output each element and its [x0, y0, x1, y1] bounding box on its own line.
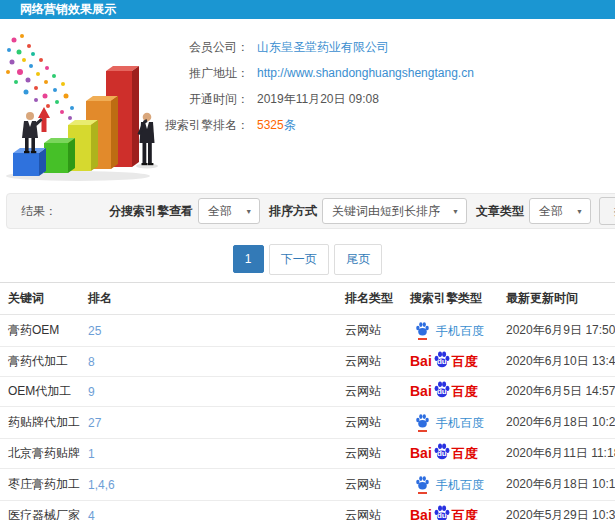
baidu-paw-icon: du: [433, 350, 451, 369]
submit-button[interactable]: 提交: [599, 197, 615, 225]
header-rank: 排名: [80, 283, 337, 315]
baidu-logo-cn: 百度: [452, 355, 478, 368]
chevron-down-icon: ▼: [452, 208, 459, 215]
rank-type-cell: 云网站: [337, 377, 402, 407]
baidu-logo: Baidu百度: [410, 446, 478, 461]
baidu-logo-du: du: [437, 512, 447, 520]
keyword-cell: 医疗器械厂家: [0, 501, 80, 520]
engine-cell: 手机百度: [402, 315, 498, 347]
engine-cell: Baidu百度: [402, 501, 498, 520]
filter-controls: 分搜索引擎查看 全部▼ 排序方式 关键词由短到长排序▼ 文章类型 全部▼ 提交: [100, 197, 615, 225]
confetti-dots: [6, 34, 74, 120]
next-page-button[interactable]: 下一页: [269, 244, 329, 275]
sort-select[interactable]: 关键词由短到长排序▼: [322, 198, 467, 224]
updated-cell: 2020年6月5日 14:57: [498, 377, 615, 407]
baidu-paw-icon: du: [433, 442, 451, 461]
engine-label: 手机百度: [436, 325, 484, 337]
sort-filter-label: 排序方式: [269, 203, 317, 220]
baidu-logo: Baidu百度: [410, 508, 478, 520]
engine-cell: Baidu百度: [402, 377, 498, 407]
baidu-paw-icon: du: [433, 504, 451, 520]
promo-url-link[interactable]: http://www.shandonghuangshengtang.cn: [257, 66, 474, 80]
rank-link[interactable]: 1: [88, 447, 95, 461]
member-info-rows: 会员公司： 山东皇圣堂药业有限公司 推广地址： http://www.shand…: [185, 30, 615, 190]
table-row: 北京膏药贴牌1云网站Baidu百度2020年6月11日 11:18: [0, 439, 615, 469]
info-row-open-time: 开通时间： 2019年11月20日 09:08: [185, 86, 615, 112]
rank-cell: 27: [80, 407, 337, 439]
header-updated: 最新更新时间: [498, 283, 615, 315]
table-row: 医疗器械厂家4云网站Baidu百度2020年5月29日 10:32: [0, 501, 615, 520]
open-time-label: 开通时间：: [163, 91, 249, 108]
rank-link[interactable]: 9: [88, 385, 95, 399]
rank-type-cell: 云网站: [337, 439, 402, 469]
rank-cell: 1: [80, 439, 337, 469]
mobile-baidu-badge: 手机百度: [415, 413, 484, 432]
engine-cell: Baidu百度: [402, 439, 498, 469]
baidu-logo-bai: Bai: [410, 384, 432, 398]
table-row: OEM代加工9云网站Baidu百度2020年6月5日 14:57: [0, 377, 615, 407]
baidu-logo-du: du: [437, 450, 447, 458]
businessman-right: [138, 113, 155, 166]
bar-green: [44, 138, 75, 173]
baidu-paw-icon: [415, 321, 430, 340]
header-keyword: 关键词: [0, 283, 80, 315]
pagination: 1 下一页 尾页: [0, 244, 615, 275]
keyword-cell: OEM代加工: [0, 377, 80, 407]
result-label: 结果：: [21, 203, 57, 220]
ranking-count-suffix: 条: [284, 118, 296, 132]
updated-cell: 2020年5月29日 10:32: [498, 501, 615, 520]
baidu-logo: Baidu百度: [410, 354, 478, 369]
info-row-company: 会员公司： 山东皇圣堂药业有限公司: [185, 34, 615, 60]
baidu-logo-bai: Bai: [410, 446, 432, 460]
baidu-logo-bai: Bai: [410, 508, 432, 520]
rank-link[interactable]: 27: [88, 416, 101, 430]
ranking-count-number: 5325: [257, 118, 284, 132]
rank-type-cell: 云网站: [337, 315, 402, 347]
table-row: 枣庄膏药加工1,4,6云网站手机百度2020年6月18日 10:19: [0, 469, 615, 501]
page: 网络营销效果展示: [0, 0, 615, 520]
engine-label: 手机百度: [436, 479, 484, 491]
baidu-logo-cn: 百度: [452, 385, 478, 398]
promo-illustration: [0, 30, 185, 190]
mobile-baidu-badge: 手机百度: [415, 475, 484, 494]
header-engine-type: 搜索引擎类型: [402, 283, 498, 315]
rank-link[interactable]: 8: [88, 355, 95, 369]
rank-link[interactable]: 4: [88, 509, 95, 520]
rank-cell: 1,4,6: [80, 469, 337, 501]
baidu-logo-bai: Bai: [410, 354, 432, 368]
sort-select-value: 关键词由短到长排序: [332, 203, 440, 220]
updated-cell: 2020年6月18日 10:19: [498, 469, 615, 501]
baidu-logo-du: du: [437, 388, 447, 396]
rank-link[interactable]: 1,4,6: [88, 478, 115, 492]
baidu-logo-du: du: [437, 358, 447, 366]
type-select-value: 全部: [539, 203, 563, 220]
chevron-down-icon: ▼: [245, 208, 252, 215]
baidu-paw-icon: [415, 475, 430, 494]
rank-type-cell: 云网站: [337, 501, 402, 520]
rank-type-cell: 云网站: [337, 469, 402, 501]
company-link[interactable]: 山东皇圣堂药业有限公司: [257, 39, 389, 56]
engine-filter-label: 分搜索引擎查看: [109, 203, 193, 220]
info-row-ranking-count: 搜索引擎排名： 5325条: [185, 112, 615, 138]
page-1-button[interactable]: 1: [233, 245, 264, 273]
baidu-logo-cn: 百度: [452, 447, 478, 460]
rank-link[interactable]: 25: [88, 324, 101, 338]
info-row-url: 推广地址： http://www.shandonghuangshengtang.…: [185, 60, 615, 86]
bar-chart-illustration-graphic: [0, 30, 185, 190]
baidu-logo-cn: 百度: [452, 509, 478, 520]
red-underline: [418, 338, 427, 340]
ranking-count-label: 搜索引擎排名：: [163, 117, 249, 134]
header-rank-type: 排名类型: [337, 283, 402, 315]
engine-cell: Baidu百度: [402, 347, 498, 377]
red-underline: [418, 430, 427, 432]
updated-cell: 2020年6月18日 10:25: [498, 407, 615, 439]
filter-bar: 结果： 分搜索引擎查看 全部▼ 排序方式 关键词由短到长排序▼ 文章类型 全部▼…: [6, 193, 615, 229]
baidu-paw-icon: du: [433, 380, 451, 399]
page-title: 网络营销效果展示: [20, 2, 116, 16]
baidu-paw-icon: [415, 413, 430, 432]
engine-select[interactable]: 全部▼: [198, 198, 260, 224]
last-page-button[interactable]: 尾页: [334, 244, 382, 275]
mobile-baidu-badge: 手机百度: [415, 321, 484, 340]
type-select[interactable]: 全部▼: [529, 198, 591, 224]
engine-select-value: 全部: [208, 203, 232, 220]
